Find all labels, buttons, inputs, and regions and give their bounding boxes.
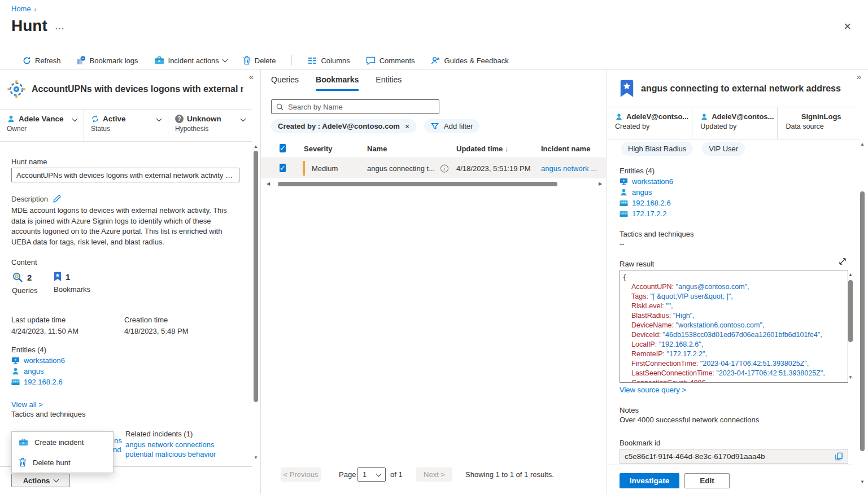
add-filter-button[interactable]: Add filter bbox=[424, 119, 479, 133]
next-page-button[interactable]: Next > bbox=[416, 467, 452, 482]
host-icon bbox=[620, 178, 628, 186]
results-summary: Showing 1 to 1 of 1 results. bbox=[465, 470, 554, 479]
tab-entities[interactable]: Entities bbox=[376, 75, 402, 91]
select-all-checkbox[interactable]: ✓ bbox=[280, 144, 286, 152]
menu-item-create-incident[interactable]: Create incident bbox=[12, 432, 113, 452]
trash-icon bbox=[243, 56, 251, 65]
collapse-panel-icon[interactable]: « bbox=[249, 72, 254, 81]
bookmark-logs-icon bbox=[77, 56, 86, 65]
tab-bookmarks[interactable]: Bookmarks bbox=[316, 75, 359, 91]
related-incident-link[interactable]: angus network connections bbox=[125, 440, 216, 450]
bookmarks-count-group[interactable]: 1 Bookmarks bbox=[54, 272, 90, 294]
view-all-link[interactable]: View all > bbox=[11, 400, 43, 409]
entities-label: Entities (4) bbox=[620, 167, 655, 175]
hypothesis-dropdown[interactable]: ?Unknown Hypothesis bbox=[168, 110, 252, 141]
remove-filter-icon[interactable]: × bbox=[405, 122, 409, 131]
scrollbar-thumb[interactable] bbox=[254, 151, 258, 402]
search-icon bbox=[276, 103, 283, 111]
comments-button[interactable]: Comments bbox=[366, 56, 415, 65]
col-incident-name[interactable]: Incident name bbox=[541, 145, 590, 153]
bookmark-id-input[interactable] bbox=[625, 452, 835, 461]
briefcase-icon bbox=[19, 438, 28, 447]
chevron-down-icon bbox=[222, 57, 228, 63]
left-panel-scrollbar[interactable]: ▲ ▼ bbox=[252, 143, 260, 462]
col-updated-time[interactable]: Updated time ↓ bbox=[456, 145, 508, 153]
hunt-header: AccountUPNs with devices logons with ext… bbox=[7, 80, 244, 99]
edit-button[interactable]: Edit bbox=[684, 473, 730, 488]
breadcrumb-home-link[interactable]: Home bbox=[11, 5, 31, 13]
scroll-left-icon[interactable]: ◀ bbox=[264, 180, 272, 188]
refresh-icon bbox=[23, 56, 31, 65]
scrollbar-thumb[interactable] bbox=[860, 191, 865, 451]
bookmark-logs-button[interactable]: Bookmark logs bbox=[77, 56, 138, 65]
hunt-properties-row: Adele Vance Owner Active Status ?Unknown… bbox=[0, 109, 252, 142]
scroll-up-icon[interactable]: ▲ bbox=[252, 143, 260, 151]
scroll-down-icon[interactable]: ▼ bbox=[858, 478, 866, 486]
json-line: BlastRadius: "High", bbox=[623, 311, 835, 321]
entity-ip[interactable]: 172.17.2.2 bbox=[620, 208, 673, 219]
json-line: AccountUPN: "angus@contoso.com", bbox=[623, 282, 835, 292]
scroll-down-icon[interactable]: ▼ bbox=[847, 374, 854, 382]
view-source-query-link[interactable]: View source query > bbox=[620, 386, 686, 394]
investigate-button[interactable]: Investigate bbox=[620, 473, 679, 488]
menu-item-delete-hunt[interactable]: Delete hunt bbox=[12, 452, 113, 473]
table-horizontal-scrollbar[interactable]: ◀ ▶ bbox=[273, 180, 595, 188]
columns-button[interactable]: Columns bbox=[308, 56, 350, 65]
occluded-link-fragment[interactable]: ns bbox=[114, 436, 122, 445]
refresh-button[interactable]: Refresh bbox=[23, 56, 61, 65]
copy-icon[interactable] bbox=[835, 452, 843, 461]
updated-time-value: 4/18/2023, 5:51:19 PM bbox=[456, 164, 531, 173]
search-input[interactable] bbox=[288, 103, 434, 111]
json-line: { bbox=[623, 273, 835, 282]
entities-label: Entities (4) bbox=[11, 346, 46, 354]
json-line: DeviceId: "46db1538cc03d01ed67d06ea12601… bbox=[623, 330, 835, 340]
entity-account[interactable]: angus bbox=[620, 187, 673, 198]
filter-pill-created-by[interactable]: Created by : AdeleV@contoso.com × bbox=[271, 119, 416, 133]
entity-host[interactable]: workstation6 bbox=[620, 176, 673, 187]
close-icon[interactable]: × bbox=[844, 20, 851, 33]
tag-pill[interactable]: High Blast Radius bbox=[621, 142, 693, 156]
json-line: Tags: "[ &quot;VIP user&quot; ]", bbox=[623, 292, 835, 301]
guides-feedback-button[interactable]: Guides & Feedback bbox=[431, 56, 509, 65]
bookmark-table-row[interactable]: ✓ Medium angus connecting t... i 4/18/20… bbox=[261, 158, 607, 178]
occluded-link-fragment[interactable]: nd bbox=[113, 445, 121, 454]
toolbar-separator bbox=[291, 55, 292, 65]
right-panel-scrollbar[interactable]: ▲ ▼ bbox=[858, 141, 866, 486]
actions-button[interactable]: Actions bbox=[11, 474, 70, 487]
entity-ip[interactable]: 192.168.2.6 bbox=[620, 198, 673, 208]
entity-host[interactable]: workstation6 bbox=[11, 355, 65, 366]
related-incidents: Related incidents (1) angus network conn… bbox=[125, 430, 216, 459]
related-incident-link[interactable]: potential malicious behavior bbox=[125, 450, 216, 460]
scroll-up-icon[interactable]: ▲ bbox=[847, 271, 854, 279]
owner-dropdown[interactable]: Adele Vance Owner bbox=[0, 110, 84, 141]
title-more-menu[interactable]: ... bbox=[55, 23, 65, 31]
delete-button[interactable]: Delete bbox=[243, 56, 276, 65]
row-checkbox[interactable]: ✓ bbox=[280, 164, 286, 172]
incident-actions-button[interactable]: Incident actions bbox=[154, 56, 227, 65]
scroll-right-icon[interactable]: ▶ bbox=[596, 180, 604, 188]
previous-page-button[interactable]: < Previous bbox=[281, 467, 321, 482]
expand-panel-icon[interactable]: » bbox=[857, 72, 861, 81]
tab-queries[interactable]: Queries bbox=[271, 75, 299, 91]
page-select[interactable]: 1 bbox=[357, 467, 386, 482]
info-icon[interactable]: i bbox=[440, 165, 448, 173]
scroll-down-icon[interactable]: ▼ bbox=[252, 454, 260, 462]
command-bar: Refresh Bookmark logs Incident actions D… bbox=[0, 52, 868, 69]
incident-name-link[interactable]: angus network ... bbox=[541, 164, 597, 173]
expand-raw-icon[interactable] bbox=[839, 257, 847, 265]
scroll-up-icon[interactable]: ▲ bbox=[858, 141, 866, 148]
raw-result-box[interactable]: { AccountUPN: "angus@contoso.com", Tags:… bbox=[620, 270, 848, 383]
scrollbar-thumb[interactable] bbox=[848, 280, 853, 342]
entity-account[interactable]: angus bbox=[11, 366, 65, 377]
raw-result-scrollbar[interactable]: ▲ ▼ bbox=[847, 271, 854, 382]
col-name[interactable]: Name bbox=[367, 145, 387, 153]
hunt-name-input[interactable] bbox=[11, 168, 239, 182]
status-dropdown[interactable]: Active Status bbox=[84, 110, 168, 141]
tag-pill[interactable]: VIP User bbox=[702, 142, 745, 156]
bookmark-name: angus connecting t... i bbox=[367, 164, 448, 173]
queries-count-group[interactable]: 2 Queries bbox=[12, 272, 38, 295]
edit-pencil-icon[interactable] bbox=[53, 195, 61, 203]
entity-ip[interactable]: 192.168.2.6 bbox=[11, 377, 65, 387]
scrollbar-thumb[interactable] bbox=[278, 182, 557, 186]
col-severity[interactable]: Severity bbox=[304, 145, 333, 153]
